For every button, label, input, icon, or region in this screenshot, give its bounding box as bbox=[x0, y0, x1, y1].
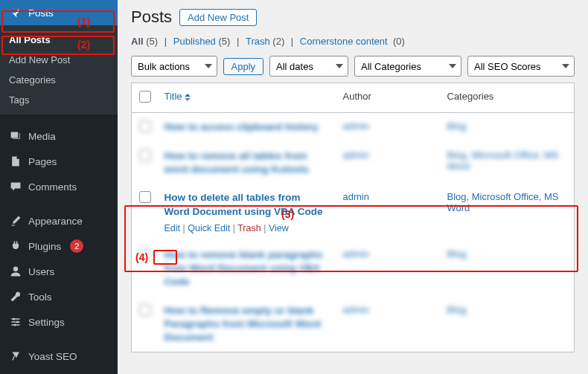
posts-submenu: All Posts Add New Post Categories Tags bbox=[0, 25, 118, 115]
post-categories[interactable]: Blog bbox=[447, 120, 467, 132]
row-checkbox[interactable] bbox=[139, 248, 151, 260]
add-new-post-button[interactable]: Add New Post bbox=[179, 9, 257, 26]
list-toolbar: Bulk actions Apply All dates All Categor… bbox=[131, 56, 575, 77]
post-categories[interactable]: Blog bbox=[447, 248, 467, 259]
trash-link[interactable]: Trash bbox=[237, 223, 261, 233]
filter-published[interactable]: Published bbox=[173, 36, 216, 47]
view-link[interactable]: View bbox=[269, 223, 289, 233]
table-row: How to delete all tables from Word Docum… bbox=[132, 184, 575, 240]
post-title-link[interactable]: How to remove all tables from word docum… bbox=[164, 150, 309, 175]
page-title: Posts bbox=[131, 7, 172, 27]
menu-tools[interactable]: Tools bbox=[0, 284, 118, 309]
menu-tools-label: Tools bbox=[28, 291, 52, 303]
filter-cornerstone-count: (0) bbox=[393, 36, 405, 47]
quick-edit-link[interactable]: Quick Edit bbox=[188, 223, 230, 233]
plugins-badge: 2 bbox=[70, 239, 83, 253]
user-icon bbox=[9, 265, 22, 278]
row-checkbox[interactable] bbox=[139, 304, 151, 316]
row-checkbox[interactable] bbox=[139, 191, 151, 203]
table-row: How to Remove empty or blank Paragraphs … bbox=[132, 297, 575, 352]
categories-select[interactable]: All Categories bbox=[354, 56, 461, 77]
menu-appearance[interactable]: Appearance bbox=[0, 208, 118, 233]
menu-settings[interactable]: Settings bbox=[0, 309, 118, 335]
menu-pages[interactable]: Pages bbox=[0, 149, 118, 174]
post-author-link[interactable]: admin bbox=[343, 191, 369, 202]
pin-icon bbox=[9, 6, 22, 19]
post-categories[interactable]: Blog, Microsoft Office, MS Word bbox=[447, 149, 559, 172]
select-all-checkbox[interactable] bbox=[139, 91, 151, 103]
filter-all-count: (5) bbox=[146, 36, 158, 47]
filter-trash[interactable]: Trash bbox=[246, 36, 270, 47]
admin-sidebar: Posts All Posts Add New Post Categories … bbox=[0, 0, 118, 374]
post-categories[interactable]: Blog bbox=[447, 304, 467, 315]
menu-posts-label: Posts bbox=[28, 7, 54, 19]
row-actions: Edit | Quick Edit | Trash | View bbox=[164, 223, 328, 233]
sliders-icon bbox=[9, 315, 22, 329]
menu-comments-label: Comments bbox=[28, 181, 77, 193]
filter-all[interactable]: All bbox=[131, 36, 144, 47]
dates-select[interactable]: All dates bbox=[269, 56, 348, 77]
filter-cornerstone[interactable]: Cornerstone content bbox=[300, 36, 388, 47]
table-row: How to remove blank paragraphs from Word… bbox=[132, 241, 575, 297]
menu-plugins-label: Plugins bbox=[28, 241, 61, 252]
svg-point-2 bbox=[16, 320, 19, 323]
svg-point-3 bbox=[14, 323, 16, 326]
col-author[interactable]: Author bbox=[336, 83, 440, 113]
menu-users-label: Users bbox=[28, 266, 54, 277]
menu-yoast-label: Yoast SEO bbox=[28, 351, 77, 362]
sort-icon bbox=[185, 94, 191, 101]
post-title-link[interactable]: How to remove blank paragraphs from Word… bbox=[164, 249, 323, 287]
submenu-add-new[interactable]: Add New Post bbox=[0, 50, 118, 70]
content-area: Posts Add New Post All (5) | Published (… bbox=[118, 0, 588, 374]
menu-litespeed[interactable]: LiteSpeed Cache bbox=[0, 369, 118, 374]
submenu-all-posts[interactable]: All Posts bbox=[0, 30, 118, 50]
post-categories[interactable]: Blog, Microsoft Office, MS Word bbox=[447, 191, 559, 213]
media-icon bbox=[9, 129, 22, 143]
post-author-link[interactable]: admin bbox=[343, 149, 369, 161]
col-categories[interactable]: Categories bbox=[440, 83, 575, 113]
menu-plugins[interactable]: Plugins 2 bbox=[0, 233, 118, 259]
svg-point-1 bbox=[13, 317, 15, 320]
post-title-link[interactable]: How to delete all tables from Word Docum… bbox=[164, 192, 323, 216]
menu-media-label: Media bbox=[28, 131, 56, 142]
wrench-icon bbox=[9, 290, 22, 303]
menu-settings-label: Settings bbox=[28, 317, 65, 328]
post-author-link[interactable]: admin bbox=[343, 304, 369, 315]
apply-button[interactable]: Apply bbox=[223, 58, 264, 75]
menu-users[interactable]: Users bbox=[0, 259, 118, 284]
row-checkbox[interactable] bbox=[139, 120, 151, 132]
post-title-link[interactable]: How to access clipboard history bbox=[164, 121, 319, 132]
bulk-actions-select[interactable]: Bulk actions bbox=[131, 56, 217, 77]
row-checkbox[interactable] bbox=[139, 149, 151, 161]
svg-point-0 bbox=[13, 267, 18, 271]
menu-media[interactable]: Media bbox=[0, 123, 118, 149]
menu-comments[interactable]: Comments bbox=[0, 174, 118, 199]
edit-link[interactable]: Edit bbox=[164, 223, 181, 233]
yoast-icon bbox=[9, 349, 22, 363]
menu-appearance-label: Appearance bbox=[28, 216, 83, 227]
table-row: How to remove all tables from word docum… bbox=[132, 142, 575, 184]
menu-posts[interactable]: Posts bbox=[0, 0, 118, 25]
post-author-link[interactable]: admin bbox=[343, 248, 369, 259]
menu-yoast[interactable]: Yoast SEO bbox=[0, 344, 118, 369]
submenu-tags[interactable]: Tags bbox=[0, 90, 118, 110]
posts-table: Title Author Categories How to access cl… bbox=[131, 83, 575, 352]
filter-published-count: (5) bbox=[218, 36, 230, 47]
status-filters: All (5) | Published (5) | Trash (2) | Co… bbox=[131, 36, 575, 47]
submenu-categories[interactable]: Categories bbox=[0, 70, 118, 90]
filter-trash-count: (2) bbox=[272, 36, 284, 47]
menu-pages-label: Pages bbox=[28, 156, 57, 167]
table-row: How to access clipboard history admin Bl… bbox=[132, 113, 575, 143]
brush-icon bbox=[9, 214, 22, 228]
page-icon bbox=[9, 155, 22, 168]
post-author-link[interactable]: admin bbox=[343, 120, 369, 132]
post-title-link[interactable]: How to Remove empty or blank Paragraphs … bbox=[164, 305, 322, 343]
plug-icon bbox=[9, 239, 22, 253]
seo-scores-select[interactable]: All SEO Scores bbox=[467, 56, 575, 77]
col-title[interactable]: Title bbox=[157, 83, 336, 113]
comment-icon bbox=[9, 180, 22, 193]
